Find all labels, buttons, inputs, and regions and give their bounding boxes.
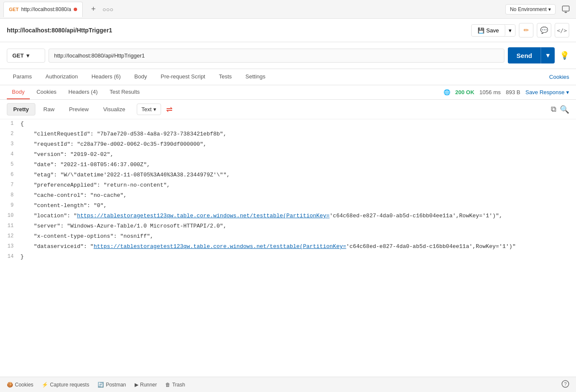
line-number: 3 <box>0 140 20 147</box>
bottom-postman[interactable]: 🔄 Postman <box>98 382 126 388</box>
line-number: 13 <box>0 242 20 249</box>
line-number: 1 <box>0 120 20 127</box>
code-line: 9 "content-length": "0", <box>0 201 576 211</box>
wrap-button[interactable]: ⇌ <box>166 105 173 114</box>
line-content: "version": "2019-02-02", <box>20 150 576 159</box>
res-tab-headers[interactable]: Headers (4) <box>63 85 103 99</box>
save-response-label: Save Response <box>525 89 564 95</box>
environment-selector[interactable]: No Environment ▾ <box>505 4 556 14</box>
response-time: 1056 ms <box>479 89 501 95</box>
line-content: { <box>20 120 576 129</box>
tab-method-badge: GET <box>9 7 19 12</box>
globe-icon: 🌐 <box>444 89 450 95</box>
view-raw-button[interactable]: Raw <box>37 103 61 115</box>
view-preview-button[interactable]: Preview <box>63 103 95 115</box>
tab-bar-actions: + ○○○ <box>88 3 113 15</box>
code-line: 8 "cache-control": "no-cache", <box>0 191 576 201</box>
tab-headers[interactable]: Headers (6) <box>86 69 127 85</box>
line-number: 5 <box>0 161 20 167</box>
search-button[interactable]: 🔍 <box>560 105 569 114</box>
line-content: "preferenceApplied": "return-no-content"… <box>20 181 576 190</box>
save-dropdown-button[interactable]: ▾ <box>505 25 515 36</box>
res-tab-body[interactable]: Body <box>7 85 30 99</box>
line-content: "etag": "W/\"datetime'2022-11-08T05%3A46… <box>20 171 576 180</box>
tab-params[interactable]: Params <box>7 69 38 85</box>
more-tabs-button[interactable]: ○○○ <box>103 6 113 13</box>
bottom-trash[interactable]: 🗑 Trash <box>165 382 185 388</box>
line-content: "requestId": "c28a779e-d002-0062-0c35-f3… <box>20 140 576 149</box>
request-tabs: Params Authorization Headers (6) Body Pr… <box>0 69 576 85</box>
save-response-chevron: ▾ <box>566 89 569 95</box>
tab-modified-dot <box>74 8 77 11</box>
bottom-runner[interactable]: ▶ Runner <box>135 382 157 388</box>
tab-body[interactable]: Body <box>128 69 153 85</box>
line-content: "location": "https://tablestoragetest123… <box>20 212 576 221</box>
format-select[interactable]: Text ▾ <box>137 104 161 115</box>
res-tab-test-results[interactable]: Test Results <box>104 85 145 99</box>
active-tab[interactable]: GET http://localhost:8080/a <box>3 2 83 17</box>
save-label: Save <box>486 27 499 34</box>
url-bar-container: http://localhost:8080/api/HttpTrigger1 💾… <box>0 19 576 42</box>
url-bar-actions: 💾 Save ▾ ✏ 💬 </> <box>471 23 569 37</box>
save-button-group: 💾 Save ▾ <box>471 24 516 37</box>
line-content: } <box>20 253 576 262</box>
line-number: 4 <box>0 150 20 157</box>
cookies-link[interactable]: Cookies <box>549 69 569 84</box>
code-line: 10 "location": "https://tablestoragetest… <box>0 211 576 222</box>
new-tab-button[interactable]: + <box>88 3 99 15</box>
line-number: 14 <box>0 253 20 259</box>
response-tabs: Body Cookies Headers (4) Test Results 🌐 … <box>0 85 576 100</box>
bottom-capture[interactable]: ⚡ Capture requests <box>42 382 89 388</box>
res-tab-cookies[interactable]: Cookies <box>32 85 62 99</box>
code-line: 3 "requestId": "c28a779e-d002-0062-0c35-… <box>0 140 576 150</box>
tab-pre-request-script[interactable]: Pre-request Script <box>155 69 211 85</box>
line-number: 11 <box>0 222 20 229</box>
line-number: 2 <box>0 130 20 137</box>
response-body-code: 1{2 "clientRequestId": "7b7ae720-d538-4a… <box>0 119 576 372</box>
copy-button[interactable]: ⧉ <box>551 105 556 114</box>
environment-label: No Environment <box>510 6 547 12</box>
edit-button[interactable]: ✏ <box>519 23 533 37</box>
tab-tests[interactable]: Tests <box>213 69 238 85</box>
send-button[interactable]: Send ▾ <box>508 47 555 63</box>
body-toolbar: Pretty Raw Preview Visualize Text ▾ ⇌ ⧉ … <box>0 100 576 119</box>
lightbulb-button[interactable]: 💡 <box>560 51 569 60</box>
toolbar-right: ⧉ 🔍 <box>551 105 569 114</box>
bottom-right-icon: ? <box>562 380 569 389</box>
line-number: 8 <box>0 191 20 198</box>
code-line: 13 "dataserviceid": "https://tablestorag… <box>0 242 576 252</box>
svg-rect-0 <box>562 6 569 11</box>
format-chevron-icon: ▾ <box>153 106 156 112</box>
code-line: 7 "preferenceApplied": "return-no-conten… <box>0 181 576 191</box>
url-link[interactable]: https://tablestoragetest123qw.table.core… <box>77 213 330 219</box>
view-pretty-button[interactable]: Pretty <box>7 103 35 115</box>
send-dropdown-icon[interactable]: ▾ <box>541 47 555 63</box>
status-code: 200 OK <box>455 89 475 95</box>
line-content: "server": "Windows-Azure-Table/1.0 Micro… <box>20 222 576 231</box>
view-visualize-button[interactable]: Visualize <box>97 103 132 115</box>
line-content: "x-content-type-options": "nosniff", <box>20 232 576 241</box>
url-link[interactable]: https://tablestoragetest123qw.table.core… <box>94 243 346 250</box>
method-label: GET <box>12 52 24 59</box>
save-button[interactable]: 💾 Save <box>472 25 505 36</box>
tab-settings[interactable]: Settings <box>239 69 271 85</box>
line-content: "dataserviceid": "https://tablestoragete… <box>20 242 576 251</box>
line-number: 12 <box>0 232 20 239</box>
bottom-cookies[interactable]: 🍪 Cookies <box>7 382 33 388</box>
code-line: 5 "date": "2022-11-08T05:46:37.000Z", <box>0 160 576 170</box>
code-line: 6 "etag": "W/\"datetime'2022-11-08T05%3A… <box>0 170 576 181</box>
url-input[interactable] <box>49 49 504 63</box>
code-button[interactable]: </> <box>555 23 569 37</box>
response-status: 🌐 200 OK 1056 ms 893 B Save Response ▾ <box>444 89 569 95</box>
chevron-down-icon: ▾ <box>548 6 551 12</box>
format-label: Text <box>141 106 152 112</box>
profile-icon[interactable] <box>559 3 573 16</box>
line-number: 10 <box>0 212 20 219</box>
svg-text:?: ? <box>564 381 567 386</box>
line-content: "date": "2022-11-08T05:46:37.000Z", <box>20 161 576 170</box>
tab-authorization[interactable]: Authorization <box>40 69 84 85</box>
comment-button[interactable]: 💬 <box>537 23 551 37</box>
send-button-label: Send <box>508 52 541 59</box>
save-response-button[interactable]: Save Response ▾ <box>525 89 569 95</box>
method-select[interactable]: GET ▾ <box>7 49 45 63</box>
